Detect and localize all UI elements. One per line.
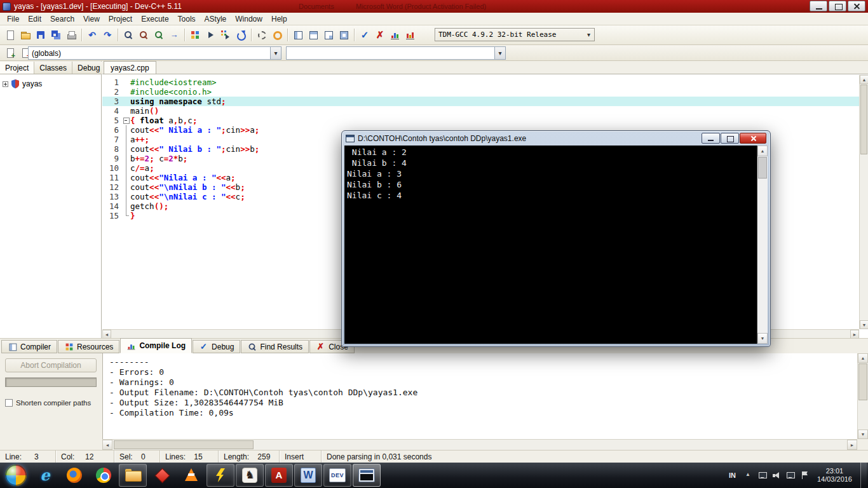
scroll-down-icon[interactable] [858,430,868,439]
save-button[interactable] [33,27,48,43]
minimize-button[interactable] [810,1,827,11]
tab-resources[interactable]: Resources [58,340,119,353]
close-button[interactable] [848,1,865,11]
log-vertical-scrollbar[interactable] [857,353,868,439]
scroll-right-icon[interactable] [850,330,859,339]
toggle-fullscreen-button[interactable] [336,27,351,43]
taskbar-adobe-reader[interactable] [265,464,293,487]
scrollbar-thumb[interactable] [858,363,867,400]
menu-item[interactable]: Project [104,13,137,25]
replace-button[interactable] [136,27,151,43]
toggle-project-panel-button[interactable] [290,27,306,43]
menu-item[interactable]: Tools [173,13,200,25]
taskbar-winamp[interactable] [207,464,234,487]
taskbar-chrome[interactable] [90,464,118,487]
code-line[interactable]: 4main() [102,106,859,116]
console-window[interactable]: D:\CONTOH\Contoh tyas\contoh DDp\yayas1.… [341,130,771,347]
scroll-right-icon[interactable] [847,440,857,450]
menu-item[interactable]: AStyle [200,13,231,25]
code-line[interactable]: 5{ float a,b,c; [102,116,859,125]
new-file-button[interactable] [3,27,18,43]
console-close-button[interactable] [740,133,766,144]
tab-compile-log[interactable]: Compile Log [120,338,192,353]
redo-button[interactable] [100,27,115,43]
console-scrollbar[interactable] [757,146,768,344]
taskbar-firefox[interactable] [60,464,88,487]
rebuild-button[interactable] [233,27,248,43]
menu-item[interactable]: Execute [137,13,173,25]
console-title-bar[interactable]: D:\CONTOH\Contoh tyas\contoh DDp\yayas1.… [342,131,770,146]
taskbar-word[interactable] [294,464,322,487]
taskbar-kangaroo-app[interactable] [236,464,264,487]
tab-compiler[interactable]: Compiler [1,340,57,353]
print-button[interactable] [64,27,79,43]
tab-classes[interactable]: Classes [34,62,72,74]
console-output[interactable]: Nilai a : 2 Nilai b : 4Nilai a : 3Nilai … [344,146,757,344]
scrollbar-thumb[interactable] [758,157,767,179]
profile-analysis-button[interactable] [388,27,403,43]
scroll-left-icon[interactable] [102,330,111,339]
scroll-down-icon[interactable] [860,320,868,329]
undo-button[interactable] [85,27,100,43]
taskbar-explorer[interactable] [119,464,147,487]
action-center-icon[interactable] [800,471,809,480]
menu-item[interactable]: Search [46,13,79,25]
toggle-report-panel-button[interactable] [306,27,321,43]
hidden-icons-button[interactable] [744,471,753,480]
display-icon[interactable] [758,471,767,480]
debug-button[interactable] [254,27,269,43]
abort-compilation-toolbar-button[interactable] [372,27,388,43]
save-all-button[interactable] [48,27,64,43]
scrollbar-thumb[interactable] [114,440,254,449]
compile-run-button[interactable] [218,27,233,43]
goto-line-button[interactable] [166,27,182,43]
code-line[interactable]: 3using namespace std; [102,97,859,106]
editor-tab-yayas2[interactable]: yayas2.cpp [104,61,156,74]
tab-debug-bottom[interactable]: Debug [193,340,240,353]
scrollbar-thumb[interactable] [860,85,867,154]
taskbar-dev-cpp[interactable] [323,464,351,487]
scroll-up-icon[interactable] [858,353,868,363]
console-maximize-button[interactable] [721,133,739,144]
volume-icon[interactable] [772,471,781,480]
tab-project[interactable]: Project [0,62,34,74]
taskbar-red-diamond-app[interactable] [148,464,176,487]
console-minimize-button[interactable] [702,133,720,144]
code-line[interactable]: 1#include<iostream> [102,78,859,87]
scroll-up-icon[interactable] [757,146,768,156]
globals-select[interactable]: (globals) [28,46,281,60]
start-button[interactable] [5,464,27,486]
compiler-select[interactable]: TDM-GCC 4.9.2 32-bit Release [435,28,595,41]
run-button[interactable] [203,27,218,43]
toggle-output-panel-button[interactable] [321,27,336,43]
syntax-check-button[interactable] [357,27,372,43]
taskbar-media-app[interactable] [177,464,205,487]
abort-compilation-button[interactable]: Abort Compilation [5,358,97,372]
open-file-button[interactable] [18,27,33,43]
log-horizontal-scrollbar[interactable] [102,439,857,450]
scroll-up-icon[interactable] [860,75,868,84]
menu-item[interactable]: View [79,13,104,25]
shorten-paths-checkbox[interactable] [5,399,13,407]
members-select[interactable] [286,46,506,60]
tab-find-results[interactable]: Find Results [241,340,309,353]
find-next-button[interactable] [151,27,166,43]
maximize-button[interactable] [829,1,846,11]
tree-expand-icon[interactable] [3,81,8,87]
show-desktop-button[interactable] [860,463,867,488]
fold-marker[interactable] [123,116,130,125]
add-to-project-button[interactable] [3,45,18,60]
scroll-left-icon[interactable] [102,440,112,450]
menu-item[interactable]: File [3,13,24,25]
profile-button[interactable] [269,27,285,43]
menu-item[interactable]: Window [231,13,267,25]
tab-debug[interactable]: Debug [72,62,105,74]
find-button[interactable] [121,27,136,43]
compile-log[interactable]: --------- Errors: 0- Warnings: 0- Output… [102,353,857,439]
taskbar-console-window[interactable] [353,464,381,487]
editor-vertical-scrollbar[interactable] [859,75,868,329]
menu-item[interactable]: Edit [24,13,46,25]
project-tree-item[interactable]: yayas [22,79,42,88]
scroll-down-icon[interactable] [757,333,768,344]
taskbar-clock[interactable]: 23:01 14/03/2016 [815,467,855,484]
